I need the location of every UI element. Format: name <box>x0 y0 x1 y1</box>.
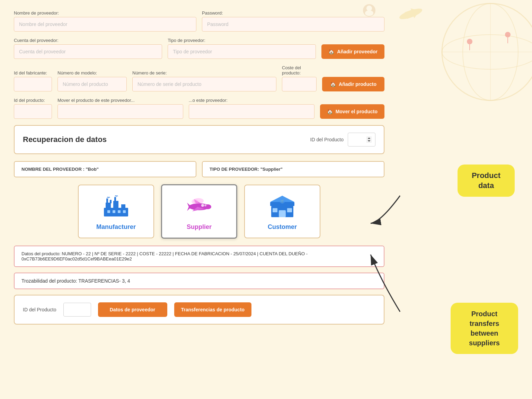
manufacturer-card: Manufacturer <box>78 185 154 238</box>
manufacturer-icon <box>102 192 130 220</box>
mover-a-label: ...o este proveedor: <box>189 98 314 103</box>
product-data-text: Datos del producto: NUMERO - 22 | Nº DE … <box>21 251 308 261</box>
query-box: ID del Producto 0 Datos de proveedor Tra… <box>14 295 384 325</box>
svg-rect-20 <box>106 198 108 203</box>
svg-rect-22 <box>114 197 116 202</box>
query-id-input[interactable]: 0 <box>63 303 91 317</box>
serie-input[interactable] <box>132 77 276 91</box>
tipo-proveedor-label: Tipo de proveedor: <box>168 38 316 43</box>
tipo-proveedor-group: Tipo de proveedor: <box>168 38 316 59</box>
svg-point-5 <box>467 39 472 44</box>
cuenta-proveedor-group: Cuenta del proveedor: <box>14 38 162 59</box>
add-producto-button[interactable]: 🏠 Añadir producto <box>322 77 384 91</box>
id-producto-recuperacion-label: ID del Producto <box>310 137 344 142</box>
coste-label: Coste del producto: <box>282 65 317 76</box>
tipo-proveedor-input[interactable] <box>168 44 316 59</box>
password-input[interactable] <box>202 17 384 32</box>
svg-rect-42 <box>273 208 277 212</box>
mover-desde-input[interactable]: 0 <box>57 104 183 119</box>
query-id-label: ID del Producto <box>23 307 56 312</box>
trazabilidad-text: Trozabilidad del producto: TRASFERENCIAS… <box>21 278 130 284</box>
datos-proveedor-label: Datos de proveedor <box>110 307 155 312</box>
add-proveedor-icon: 🏠 <box>328 49 334 54</box>
customer-label: Customer <box>268 223 297 231</box>
svg-rect-18 <box>113 201 118 210</box>
nombre-proveedor-group: Nombre de proveedor: <box>14 10 196 32</box>
nombre-proveedor-label: Nombre de proveedor: <box>14 10 196 16</box>
fabricante-label: Id del fabricante: <box>14 70 52 76</box>
nombre-proveedor-info: NOMBRE DEL PROVEEDOR : "Bob" <box>14 161 196 177</box>
fabricante-group: Id del fabricante: 0 <box>14 70 52 91</box>
coste-input[interactable]: 0 <box>282 77 317 91</box>
svg-rect-41 <box>279 210 286 217</box>
entity-cards-row: Manufacturer <box>14 184 384 239</box>
svg-rect-19 <box>121 204 125 210</box>
transferencias-label: Transferencias de producto <box>181 307 245 312</box>
svg-rect-26 <box>123 210 126 213</box>
svg-rect-25 <box>118 210 121 213</box>
mover-producto-button[interactable]: 🏠 Mover el producto <box>320 104 384 119</box>
svg-point-32 <box>201 204 204 207</box>
add-producto-icon: 🏠 <box>330 81 336 87</box>
svg-rect-21 <box>110 200 112 203</box>
transfers-bubble: Product transfers between suppliers <box>451 303 518 354</box>
serie-group: Número de serie: <box>132 70 276 91</box>
id-producto-label: Id del producto: <box>14 98 52 103</box>
transferencias-producto-button[interactable]: Transferencias de producto <box>174 302 252 317</box>
provider-info-row: NOMBRE DEL PROVEEDOR : "Bob" TIPO DE PRO… <box>14 161 384 177</box>
svg-rect-23 <box>107 210 110 213</box>
product-data-bubble-text: Product data <box>472 171 500 190</box>
add-proveedor-label: Añadir proveedor <box>337 49 378 54</box>
svg-point-33 <box>204 204 206 206</box>
serie-label: Número de serie: <box>132 70 276 76</box>
cuenta-proveedor-input[interactable] <box>14 44 162 59</box>
svg-rect-43 <box>287 208 292 212</box>
add-proveedor-button[interactable]: 🏠 Añadir proveedor <box>321 44 384 59</box>
mover-label: Mover el producto <box>336 109 378 114</box>
id-producto-recuperacion-input[interactable]: 2 <box>348 133 375 147</box>
customer-card: 🛒 Customer <box>244 185 320 238</box>
svg-rect-17 <box>106 203 111 210</box>
add-producto-label: Añadir producto <box>339 81 376 87</box>
product-data-box: Datos del producto: NUMERO - 22 | Nº DE … <box>14 246 384 267</box>
manufacturer-label: Manufacturer <box>96 223 136 231</box>
password-group: Password: <box>202 10 384 32</box>
mover-desde-label: Mover el producto de este proveedor... <box>57 98 183 103</box>
modelo-label: Número de modelo: <box>57 70 127 76</box>
mover-desde-group: Mover el producto de este proveedor... 0 <box>57 98 183 119</box>
recuperacion-box: Recuperacion de datos ID del Producto 2 <box>14 125 384 154</box>
modelo-input[interactable] <box>57 77 127 91</box>
id-control: ID del Producto 2 <box>310 133 376 147</box>
cuenta-proveedor-label: Cuenta del proveedor: <box>14 38 162 43</box>
mover-icon: 🏠 <box>327 109 333 114</box>
id-producto-group: Id del producto: 0 <box>14 98 52 119</box>
password-label: Password: <box>202 10 384 16</box>
supplier-icon <box>185 192 213 220</box>
svg-rect-24 <box>113 210 115 213</box>
supplier-card: Supplier <box>161 184 237 239</box>
svg-point-37 <box>192 199 198 204</box>
nombre-proveedor-input[interactable] <box>14 17 196 32</box>
svg-point-7 <box>505 32 511 37</box>
product-data-bubble: Product data <box>458 165 515 197</box>
supplier-label: Supplier <box>187 223 212 231</box>
svg-text:🛒: 🛒 <box>280 199 285 203</box>
fabricante-input[interactable]: 0 <box>14 77 52 91</box>
modelo-group: Número de modelo: <box>57 70 127 91</box>
trazabilidad-box: Trozabilidad del producto: TRASFERENCIAS… <box>14 273 384 289</box>
mover-a-group: ...o este proveedor: 0 <box>189 98 314 119</box>
transfers-bubble-text: Product transfers between suppliers <box>469 310 500 347</box>
tipo-proveedor-info: TIPO DE PROVEEDOR: "Supplier" <box>202 161 384 177</box>
datos-proveedor-button[interactable]: Datos de proveedor <box>98 302 167 317</box>
id-producto-input[interactable]: 0 <box>14 104 52 119</box>
mover-a-input[interactable]: 0 <box>189 104 314 119</box>
customer-icon: 🛒 <box>268 192 296 220</box>
coste-group: Coste del producto: 0 <box>282 65 317 91</box>
recuperacion-title: Recuperacion de datos <box>23 135 107 144</box>
